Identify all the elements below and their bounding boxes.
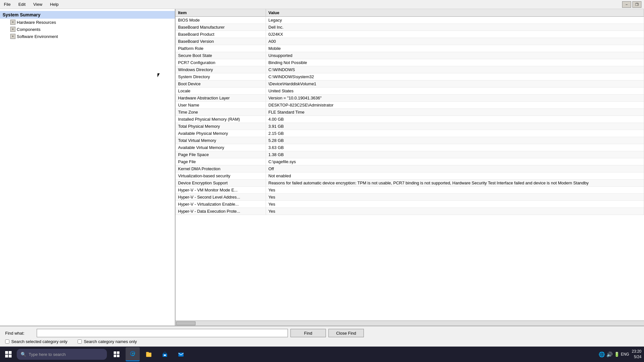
explorer-button[interactable] bbox=[142, 347, 156, 361]
table-row[interactable]: LocaleUnited States bbox=[175, 88, 644, 95]
system-tray: 🌐 🔊 🔋 ENG 23:20 5/24 bbox=[599, 347, 641, 362]
table-row[interactable]: Page FileC:\pagefile.sys bbox=[175, 158, 644, 165]
table-row[interactable]: PCR7 ConfigurationBinding Not Possible bbox=[175, 59, 644, 66]
table-row[interactable]: Virtualization-based securityNot enabled bbox=[175, 172, 644, 180]
table-row[interactable]: Hyper-V - Second Level Addres...Yes bbox=[175, 194, 644, 201]
restore-button[interactable]: ❐ bbox=[632, 1, 641, 8]
table-row[interactable]: Platform RoleMobile bbox=[175, 45, 644, 52]
hscroll-thumb[interactable] bbox=[176, 321, 195, 325]
table-row[interactable]: BaseBoard VersionA00 bbox=[175, 38, 644, 45]
table-cell-item: BIOS Mode bbox=[175, 17, 266, 24]
table-row[interactable]: Time ZoneFLE Standard Time bbox=[175, 109, 644, 116]
table-cell-value: Reasons for failed automatic device encr… bbox=[266, 180, 644, 187]
table-cell-value: Not enabled bbox=[266, 172, 644, 180]
table-row[interactable]: Windows DirectoryC:\WINDOWS bbox=[175, 66, 644, 73]
table-cell-item: Device Encryption Support bbox=[175, 180, 266, 187]
main-window: File Edit View Help − ❐ System Summary +… bbox=[0, 0, 644, 362]
window-controls: − ❐ bbox=[622, 1, 641, 8]
table-row[interactable]: Page File Space1.38 GB bbox=[175, 151, 644, 158]
search-category-names: Search category names only bbox=[78, 339, 137, 344]
sidebar-item-hardware-resources[interactable]: + Hardware Resources bbox=[0, 19, 175, 26]
software-environment-label: Software Environment bbox=[17, 34, 58, 39]
menu-help[interactable]: Help bbox=[49, 1, 60, 7]
table-cell-item: User Name bbox=[175, 102, 266, 109]
table-row[interactable]: Boot Device\Device\HarddiskVolume1 bbox=[175, 80, 644, 88]
table-cell-value: Yes bbox=[266, 208, 644, 215]
edge-button[interactable] bbox=[126, 347, 140, 361]
table-row[interactable]: BaseBoard Product0J24KX bbox=[175, 31, 644, 38]
clock-time: 23:20 bbox=[632, 349, 641, 354]
sidebar-item-software-environment[interactable]: + Software Environment bbox=[0, 33, 175, 40]
search-placeholder: Type here to search bbox=[29, 352, 66, 357]
table-cell-value: Legacy bbox=[266, 17, 644, 24]
horizontal-scrollbar[interactable] bbox=[175, 320, 644, 326]
taskbar-search[interactable]: 🔍 Type here to search bbox=[17, 349, 107, 360]
minimize-button[interactable]: − bbox=[622, 1, 631, 8]
svg-rect-7 bbox=[164, 355, 166, 356]
close-find-button[interactable]: Close Find bbox=[328, 329, 364, 337]
table-row[interactable]: Total Physical Memory3.91 GB bbox=[175, 123, 644, 130]
search-selected-checkbox[interactable] bbox=[5, 339, 9, 344]
mail-icon bbox=[178, 351, 184, 357]
table-cell-value: Yes bbox=[266, 194, 644, 201]
table-row[interactable]: BaseBoard ManufacturerDell Inc. bbox=[175, 24, 644, 31]
table-cell-value: Version = "10.0.19041.3636" bbox=[266, 95, 644, 102]
search-selected-category: Search selected category only bbox=[5, 339, 67, 344]
table-row[interactable]: System DirectoryC:\WINDOWS\system32 bbox=[175, 73, 644, 80]
content-panel: Item Value BIOS ModeLegacyBaseBoard Manu… bbox=[175, 9, 644, 326]
table-row[interactable]: Secure Boot StateUnsupported bbox=[175, 52, 644, 59]
find-row: Find what: Find Close Find bbox=[5, 329, 639, 337]
table-cell-item: Hardware Abstraction Layer bbox=[175, 95, 266, 102]
table-row[interactable]: Hyper-V - VM Monitor Mode E...Yes bbox=[175, 187, 644, 194]
table-row[interactable]: Hardware Abstraction LayerVersion = "10.… bbox=[175, 95, 644, 102]
table-row[interactable]: Available Virtual Memory3.63 GB bbox=[175, 144, 644, 151]
table-cell-item: PCR7 Configuration bbox=[175, 59, 266, 66]
store-button[interactable] bbox=[158, 347, 172, 361]
menu-edit[interactable]: Edit bbox=[17, 1, 27, 7]
table-cell-item: BaseBoard Version bbox=[175, 38, 266, 45]
sidebar: System Summary + Hardware Resources + Co… bbox=[0, 9, 175, 326]
table-row[interactable]: Hyper-V - Virtualization Enable...Yes bbox=[175, 201, 644, 208]
table-cell-item: Kernel DMA Protection bbox=[175, 165, 266, 172]
taskbar: 🔍 Type here to search bbox=[0, 347, 644, 362]
svg-rect-1 bbox=[117, 351, 119, 354]
explorer-icon bbox=[146, 351, 152, 357]
sidebar-item-system-summary[interactable]: System Summary bbox=[0, 11, 175, 19]
find-input[interactable] bbox=[37, 329, 288, 337]
table-cell-item: Hyper-V - VM Monitor Mode E... bbox=[175, 187, 266, 194]
menu-view[interactable]: View bbox=[32, 1, 43, 7]
col-item-header: Item bbox=[175, 9, 266, 17]
components-label: Components bbox=[17, 27, 41, 32]
find-button[interactable]: Find bbox=[290, 329, 326, 337]
sidebar-item-components[interactable]: + Components bbox=[0, 26, 175, 33]
table-body: BIOS ModeLegacyBaseBoard ManufacturerDel… bbox=[175, 17, 644, 215]
start-button[interactable] bbox=[1, 347, 15, 361]
svg-rect-2 bbox=[114, 355, 116, 357]
menu-file[interactable]: File bbox=[3, 1, 12, 7]
table-scroll[interactable]: Item Value BIOS ModeLegacyBaseBoard Manu… bbox=[175, 9, 644, 320]
table-row[interactable]: BIOS ModeLegacy bbox=[175, 17, 644, 24]
expand-icon-components: + bbox=[10, 27, 15, 32]
table-cell-value: 5.28 GB bbox=[266, 137, 644, 144]
mail-button[interactable] bbox=[174, 347, 188, 361]
table-row[interactable]: Device Encryption SupportReasons for fai… bbox=[175, 180, 644, 187]
table-header: Item Value bbox=[175, 9, 644, 17]
table-cell-value: 4.00 GB bbox=[266, 116, 644, 123]
table-cell-value: Binding Not Possible bbox=[266, 59, 644, 66]
svg-rect-8 bbox=[178, 353, 184, 357]
start-icon bbox=[5, 351, 12, 357]
battery-icon: 🔋 bbox=[614, 352, 620, 357]
table-row[interactable]: Total Virtual Memory5.28 GB bbox=[175, 137, 644, 144]
table-row[interactable]: User NameDESKTOP-823C2SE\Administrator bbox=[175, 102, 644, 109]
volume-icon: 🔊 bbox=[606, 351, 613, 357]
table-row[interactable]: Hyper-V - Data Execution Prote...Yes bbox=[175, 208, 644, 215]
table-cell-item: Platform Role bbox=[175, 45, 266, 52]
table-row[interactable]: Available Physical Memory2.15 GB bbox=[175, 130, 644, 137]
table-cell-value: FLE Standard Time bbox=[266, 109, 644, 116]
search-selected-label: Search selected category only bbox=[11, 339, 67, 344]
table-row[interactable]: Installed Physical Memory (RAM)4.00 GB bbox=[175, 116, 644, 123]
table-row[interactable]: Kernel DMA ProtectionOff bbox=[175, 165, 644, 172]
search-category-checkbox[interactable] bbox=[78, 339, 82, 344]
task-view-button[interactable] bbox=[109, 347, 124, 361]
info-table: Item Value BIOS ModeLegacyBaseBoard Manu… bbox=[175, 9, 644, 215]
